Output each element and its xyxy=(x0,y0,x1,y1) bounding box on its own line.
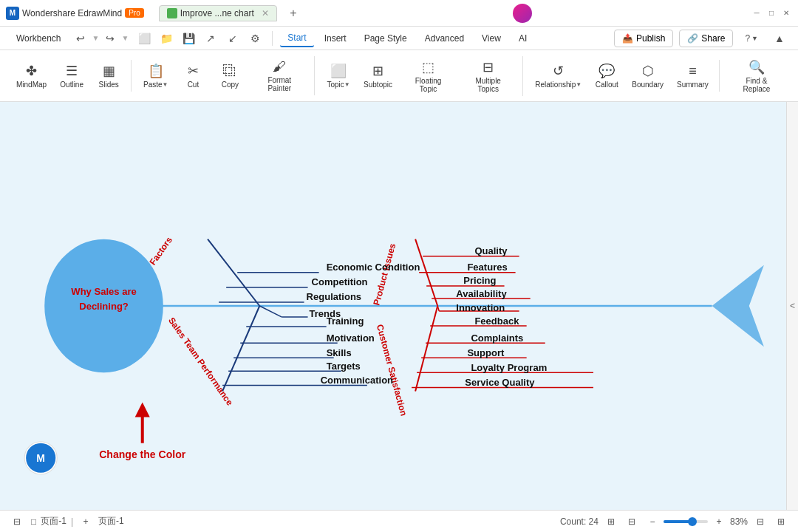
add-tab-button[interactable]: + xyxy=(286,6,301,21)
zoom-slider[interactable] xyxy=(664,520,708,523)
new-button[interactable]: ⬜ xyxy=(134,29,154,48)
svg-text:Features: Features xyxy=(467,262,507,273)
svg-text:Targets: Targets xyxy=(327,361,361,372)
publish-share-area: 📤 Publish 🔗 Share ? ▼ ▲ xyxy=(614,29,789,48)
topic-button[interactable]: ⬜ Topic ▼ xyxy=(321,60,356,92)
save-button[interactable]: 💾 xyxy=(179,29,198,48)
find-replace-group: 🔍 Find & Replace xyxy=(721,56,792,96)
help-arrow: ▼ xyxy=(751,35,758,42)
mindmap-label: MindMap xyxy=(16,81,47,89)
relationship-arrow: ▼ xyxy=(576,81,582,88)
subtopic-label: Subtopic xyxy=(364,81,392,89)
add-page-button[interactable]: + xyxy=(78,514,94,530)
grid-view-button[interactable]: ⊟ xyxy=(9,514,25,530)
svg-text:Sales Team Performance: Sales Team Performance xyxy=(166,316,235,408)
floating-topic-icon: ⬚ xyxy=(422,59,434,75)
help-button[interactable]: ? ▼ xyxy=(739,30,764,47)
file-tab[interactable]: Improve ...ne chart ✕ xyxy=(159,5,277,21)
floating-topic-button[interactable]: ⬚ Floating Topic xyxy=(400,56,457,96)
svg-text:Pricing: Pricing xyxy=(463,275,496,286)
outline-icon: ☰ xyxy=(66,63,78,79)
close-button[interactable]: ✕ xyxy=(780,7,792,19)
multiple-topics-icon: ⊟ xyxy=(482,59,494,75)
multiple-topics-label: Multiple Topics xyxy=(464,77,512,93)
slides-button[interactable]: ▦ Slides xyxy=(91,60,126,92)
topic-arrow: ▼ xyxy=(344,81,350,88)
svg-text:Why Sales are: Why Sales are xyxy=(71,286,136,297)
open-button[interactable]: 📁 xyxy=(157,29,176,48)
publish-icon: 📤 xyxy=(622,33,633,44)
svg-text:Availability: Availability xyxy=(456,288,507,299)
svg-line-14 xyxy=(222,306,259,391)
canvas-area[interactable]: Market Factors Product Issues Sales Team… xyxy=(0,102,786,510)
zoom-format-button[interactable]: ⊞ xyxy=(603,514,619,530)
svg-text:Support: Support xyxy=(467,347,505,358)
pro-badge: Pro xyxy=(125,8,144,18)
collapse-button[interactable]: ▲ xyxy=(770,29,789,48)
zoom-out-button[interactable]: − xyxy=(644,514,661,530)
menu-insert[interactable]: Insert xyxy=(317,30,354,47)
svg-line-5 xyxy=(259,306,282,317)
menu-start[interactable]: Start xyxy=(280,30,313,47)
find-replace-button[interactable]: 🔍 Find & Replace xyxy=(726,56,788,96)
svg-text:Competition: Competition xyxy=(312,276,368,287)
mindmap-button[interactable]: ✤ MindMap xyxy=(10,60,52,92)
zoom-handle[interactable] xyxy=(688,517,697,526)
edit-group: 📋 Paste ▼ ✂ Cut ⿻ Copy 🖌 Format Painter xyxy=(133,56,315,95)
topic-label: Topic xyxy=(327,81,344,89)
slides-icon: ▦ xyxy=(103,63,115,79)
svg-text:Change the Color: Change the Color xyxy=(99,449,186,460)
subtopic-button[interactable]: ⊞ Subtopic xyxy=(358,60,398,92)
paste-label: Paste xyxy=(143,81,163,89)
export-button[interactable]: ↗ xyxy=(201,29,220,48)
multiple-topics-button[interactable]: ⊟ Multiple Topics xyxy=(458,56,518,96)
toolbar: ✤ MindMap ☰ Outline ▦ Slides 📋 Paste ▼ ✂… xyxy=(0,50,798,102)
tab-close[interactable]: ✕ xyxy=(262,8,269,18)
summary-button[interactable]: ≡ Summary xyxy=(671,61,715,92)
callout-button[interactable]: 💬 Callout xyxy=(589,60,624,92)
slides-label: Slides xyxy=(99,81,119,89)
tab-title: Improve ...ne chart xyxy=(180,8,254,18)
zoom-in-button[interactable]: + xyxy=(711,514,727,530)
minimize-button[interactable]: ─ xyxy=(751,7,763,19)
publish-button[interactable]: 📤 Publish xyxy=(614,30,673,47)
format-painter-button[interactable]: 🖌 Format Painter xyxy=(249,56,310,95)
cut-button[interactable]: ✂ Cut xyxy=(175,60,211,92)
outline-button[interactable]: ☰ Outline xyxy=(54,60,89,92)
svg-marker-27 xyxy=(135,402,150,417)
svg-text:Declining?: Declining? xyxy=(79,301,129,312)
user-avatar[interactable] xyxy=(513,4,532,23)
menu-ai[interactable]: AI xyxy=(511,30,534,47)
redo-button[interactable]: ↪ xyxy=(100,29,120,48)
app-logo: M Wondershare EdrawMind Pro xyxy=(6,7,144,20)
paste-arrow: ▼ xyxy=(163,81,168,88)
menu-workbench[interactable]: Workbench xyxy=(9,30,68,47)
restore-button[interactable]: □ xyxy=(765,7,777,19)
panel-collapse-handle[interactable]: < xyxy=(786,102,798,510)
full-screen-button[interactable]: ⊟ xyxy=(624,514,640,530)
relationship-button[interactable]: ↺ Relationship ▼ xyxy=(529,60,587,92)
paste-button[interactable]: 📋 Paste ▼ xyxy=(137,60,174,92)
count-label: Count: 24 xyxy=(560,516,598,527)
svg-text:Economic Condition: Economic Condition xyxy=(327,262,420,273)
find-replace-label: Find & Replace xyxy=(732,77,782,93)
menu-view[interactable]: View xyxy=(474,30,508,47)
fit-width-button[interactable]: ⊟ xyxy=(752,514,768,530)
share-icon: 🔗 xyxy=(687,33,698,44)
menu-advanced[interactable]: Advanced xyxy=(417,30,471,47)
fit-page-button[interactable]: ⊞ xyxy=(773,514,789,530)
outline-label: Outline xyxy=(60,81,83,89)
menu-pagestyle[interactable]: Page Style xyxy=(357,30,415,47)
share-button[interactable]: 🔗 Share xyxy=(679,30,733,47)
chevron-left-icon: < xyxy=(790,301,795,311)
undo-button[interactable]: ↩ xyxy=(71,29,90,48)
import-button[interactable]: ↙ xyxy=(223,29,242,48)
floating-topic-label: Floating Topic xyxy=(406,77,451,93)
settings-button[interactable]: ⚙ xyxy=(245,29,265,48)
paste-icon: 📋 xyxy=(148,63,164,79)
copy-button[interactable]: ⿻ Copy xyxy=(212,61,248,92)
summary-icon: ≡ xyxy=(689,64,697,79)
mindmap-icon: ✤ xyxy=(26,63,37,79)
titlebar: M Wondershare EdrawMind Pro Improve ...n… xyxy=(0,0,798,27)
boundary-button[interactable]: ⬡ Boundary xyxy=(626,60,669,92)
